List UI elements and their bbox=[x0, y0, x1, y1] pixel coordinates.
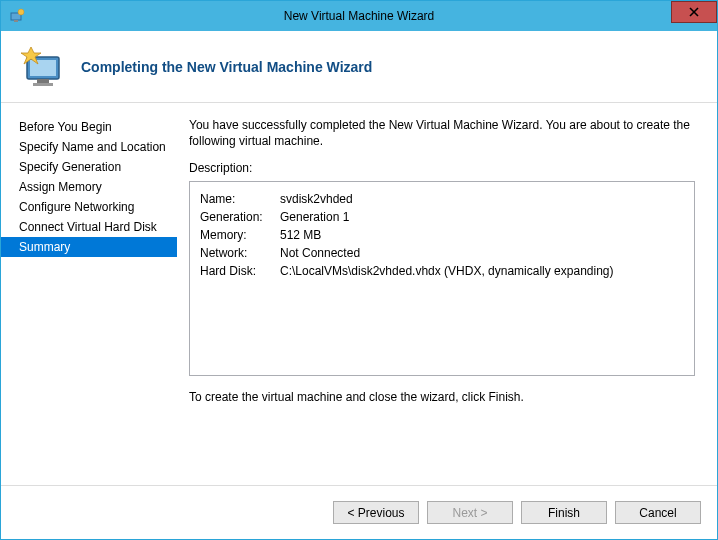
detail-key: Hard Disk: bbox=[200, 262, 280, 280]
window-title: New Virtual Machine Wizard bbox=[284, 9, 435, 23]
next-button: Next > bbox=[427, 501, 513, 524]
svg-rect-8 bbox=[33, 83, 53, 86]
wizard-body: Before You Begin Specify Name and Locati… bbox=[1, 103, 717, 485]
sidebar-item-summary[interactable]: Summary bbox=[1, 237, 177, 257]
description-box[interactable]: Name: svdisk2vhded Generation: Generatio… bbox=[189, 181, 695, 376]
detail-key: Network: bbox=[200, 244, 280, 262]
main-content: You have successfully completed the New … bbox=[177, 103, 717, 485]
sidebar: Before You Begin Specify Name and Locati… bbox=[1, 103, 177, 485]
svg-rect-1 bbox=[14, 20, 18, 22]
svg-rect-7 bbox=[37, 79, 49, 83]
sidebar-item-specify-generation[interactable]: Specify Generation bbox=[1, 157, 177, 177]
titlebar: New Virtual Machine Wizard bbox=[1, 1, 717, 31]
close-icon bbox=[689, 7, 699, 17]
detail-value: Generation 1 bbox=[280, 208, 349, 226]
sidebar-item-specify-name[interactable]: Specify Name and Location bbox=[1, 137, 177, 157]
sidebar-item-configure-networking[interactable]: Configure Networking bbox=[1, 197, 177, 217]
finish-button[interactable]: Finish bbox=[521, 501, 607, 524]
svg-rect-6 bbox=[30, 60, 56, 76]
detail-key: Memory: bbox=[200, 226, 280, 244]
detail-key: Name: bbox=[200, 190, 280, 208]
app-icon bbox=[9, 8, 25, 24]
wizard-header: Completing the New Virtual Machine Wizar… bbox=[1, 31, 717, 103]
detail-row-name: Name: svdisk2vhded bbox=[200, 190, 684, 208]
previous-button[interactable]: < Previous bbox=[333, 501, 419, 524]
cancel-button[interactable]: Cancel bbox=[615, 501, 701, 524]
detail-row-network: Network: Not Connected bbox=[200, 244, 684, 262]
detail-row-generation: Generation: Generation 1 bbox=[200, 208, 684, 226]
svg-point-2 bbox=[18, 9, 24, 15]
detail-row-memory: Memory: 512 MB bbox=[200, 226, 684, 244]
sidebar-item-before-you-begin[interactable]: Before You Begin bbox=[1, 117, 177, 137]
detail-value: 512 MB bbox=[280, 226, 321, 244]
description-label: Description: bbox=[189, 161, 695, 175]
detail-value: Not Connected bbox=[280, 244, 360, 262]
outro-text: To create the virtual machine and close … bbox=[189, 390, 695, 404]
wizard-header-icon bbox=[19, 43, 69, 91]
intro-text: You have successfully completed the New … bbox=[189, 117, 695, 149]
detail-value: C:\LocalVMs\disk2vhded.vhdx (VHDX, dynam… bbox=[280, 262, 614, 280]
page-title: Completing the New Virtual Machine Wizar… bbox=[81, 59, 372, 75]
detail-value: svdisk2vhded bbox=[280, 190, 353, 208]
wizard-footer: < Previous Next > Finish Cancel bbox=[1, 485, 717, 539]
wizard-window: New Virtual Machine Wizard Completing th… bbox=[0, 0, 718, 540]
detail-key: Generation: bbox=[200, 208, 280, 226]
sidebar-item-connect-vhd[interactable]: Connect Virtual Hard Disk bbox=[1, 217, 177, 237]
close-button[interactable] bbox=[671, 1, 717, 23]
sidebar-item-assign-memory[interactable]: Assign Memory bbox=[1, 177, 177, 197]
detail-row-harddisk: Hard Disk: C:\LocalVMs\disk2vhded.vhdx (… bbox=[200, 262, 684, 280]
